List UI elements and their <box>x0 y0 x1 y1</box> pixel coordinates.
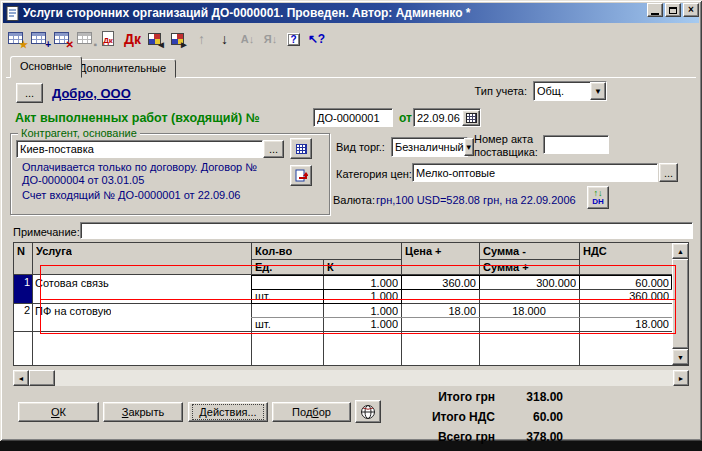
close-button[interactable]: × <box>683 3 699 17</box>
counterparty-browse-button[interactable]: ... <box>16 83 43 103</box>
delete-row-icon[interactable]: ✕ <box>52 29 75 50</box>
actions-button[interactable]: Действия... <box>188 402 268 422</box>
scroll-left-icon: ◄ <box>18 375 25 382</box>
maximize-button[interactable] <box>665 3 681 17</box>
grand-total-value: 378.00 <box>458 430 563 444</box>
contractor-browse-button[interactable]: ... <box>263 140 284 158</box>
move-down-icon[interactable]: ↓ <box>213 29 236 50</box>
scroll-left-button[interactable]: ◄ <box>13 370 29 386</box>
row-price[interactable]: 360.00 <box>401 277 476 290</box>
note-label: Примечание: <box>13 226 80 238</box>
total-vat-value: 60.00 <box>458 410 563 424</box>
row-k[interactable]: 1.000 <box>323 290 398 303</box>
scroll-down-button[interactable]: ▼ <box>672 349 689 365</box>
copy-row-icon[interactable]: + <box>29 29 52 50</box>
tab-additional[interactable]: Дополнительные <box>69 59 176 78</box>
act-number-input[interactable] <box>313 108 393 127</box>
horizontal-scroll-thumb[interactable] <box>29 370 55 386</box>
post-document-icon[interactable]: Дк <box>98 29 121 50</box>
document-arrow-icon <box>294 169 308 183</box>
services-table[interactable]: N Услуга Кол-во Ед. К Цена + Сумма - Сум… <box>13 242 689 366</box>
row-sum-plus[interactable]: 360.000 <box>579 290 669 303</box>
contractor-group-title: Контрагент, основание <box>18 127 140 139</box>
settlements-button[interactable] <box>290 138 312 159</box>
context-help-icon[interactable]: ↖? <box>305 29 328 50</box>
subordinate-docs-button[interactable] <box>290 165 312 186</box>
currency-dh-icon: DH <box>592 198 604 206</box>
row-unit[interactable]: шт. <box>255 290 271 303</box>
unpost-document-icon[interactable]: Дк <box>121 29 144 50</box>
row-service[interactable]: Сотовая связь <box>35 277 109 290</box>
incoming-invoice-text: Счет входящий № ДО-0000001 от 22.09.06 <box>22 189 312 201</box>
note-input[interactable] <box>80 222 693 239</box>
scroll-up-button[interactable]: ▲ <box>672 243 689 259</box>
abacus-icon <box>296 144 307 154</box>
scroll-right-icon: ► <box>678 375 685 382</box>
title-bar[interactable]: Услуги сторонних организаций ДО-0000001.… <box>3 3 699 23</box>
move-up-icon[interactable]: ↑ <box>190 29 213 50</box>
price-category-input[interactable] <box>412 163 658 182</box>
contract-info-text: Оплачивается только по договору. Договор… <box>22 161 294 187</box>
calendar-icon <box>466 113 477 123</box>
accounting-type-label: Тип учета: <box>425 85 527 97</box>
row-unit[interactable]: шт. <box>255 318 271 331</box>
scroll-up-icon: ▲ <box>677 248 684 255</box>
col-header-unit[interactable]: Ед. <box>255 261 272 274</box>
ok-button[interactable]: ОК <box>18 402 99 422</box>
row-sum-plus[interactable]: 18.000 <box>579 318 669 331</box>
table-horizontal-scrollbar[interactable] <box>13 370 689 386</box>
row-qty[interactable]: 1.000 <box>251 305 398 318</box>
sort-desc-icon[interactable]: Я↓ <box>259 29 282 50</box>
minimize-icon <box>651 13 659 15</box>
currency-label: Валюта: <box>333 194 375 206</box>
help-icon[interactable]: ? <box>282 29 305 50</box>
col-header-sum-minus[interactable]: Сумма - <box>483 245 526 258</box>
row-k[interactable]: 1.000 <box>323 318 398 331</box>
col-header-service[interactable]: Услуга <box>36 245 72 258</box>
counterparty-link[interactable]: Добро, ООО <box>52 86 131 101</box>
tab-main[interactable]: Основные <box>10 56 82 78</box>
row-sum[interactable]: 18.000 <box>479 305 579 318</box>
vertical-scroll-thumb[interactable] <box>672 259 689 349</box>
row-price[interactable]: 18.00 <box>401 305 476 318</box>
col-header-sum-plus[interactable]: Сумма + <box>483 261 529 274</box>
document-icon <box>6 6 19 21</box>
movements-in-icon[interactable]: ◄ <box>144 29 167 50</box>
dropdown-arrow-icon[interactable]: ▼ <box>590 82 606 100</box>
accounting-type-select[interactable]: Общ. ▼ <box>533 81 607 101</box>
maximize-icon <box>669 7 677 14</box>
calendar-button[interactable] <box>462 110 480 126</box>
contractor-input[interactable] <box>16 140 263 158</box>
col-header-n[interactable]: N <box>17 245 25 258</box>
close-icon: × <box>688 5 694 15</box>
save-row-icon[interactable]: ▪ <box>75 29 98 50</box>
trade-type-select[interactable]: Безналичный ▼ <box>391 137 468 157</box>
act-label: Акт выполненных работ (входящий) № <box>15 111 260 125</box>
act-from-label: от <box>399 111 412 125</box>
scroll-right-button[interactable]: ► <box>673 370 689 386</box>
supplier-act-input[interactable] <box>543 135 609 154</box>
new-row-icon[interactable]: ★ <box>6 29 29 50</box>
desktop-background: Услуги сторонних организаций ДО-0000001.… <box>0 0 702 451</box>
window-title: Услуги сторонних организаций ДО-0000001.… <box>23 6 471 20</box>
total-grn-value: 318.00 <box>458 390 563 404</box>
toolbar: ★ + ✕ ▪ Дк Дк ◄ ► ↑ ↓ А↓ Я↓ ? ↖? <box>6 27 328 51</box>
row-number[interactable]: 1 <box>14 276 30 289</box>
col-header-k[interactable]: К <box>327 261 334 274</box>
col-header-qty[interactable]: Кол-во <box>255 245 292 258</box>
row-number[interactable]: 2 <box>14 304 30 317</box>
movements-out-icon[interactable]: ► <box>167 29 190 50</box>
row-service[interactable]: ПФ на сотовую <box>35 305 111 318</box>
col-header-vat[interactable]: НДС <box>583 245 607 258</box>
currency-rates-button[interactable]: ↑↓ DH <box>587 186 609 209</box>
close-form-button[interactable]: Закрыть <box>103 402 183 422</box>
col-header-price[interactable]: Цена + <box>405 245 442 258</box>
supplier-act-label: Номер акта поставщика: <box>474 133 538 159</box>
price-category-browse-button[interactable]: ... <box>659 163 678 182</box>
document-window: Услуги сторонних организаций ДО-0000001.… <box>0 0 702 441</box>
sort-asc-icon[interactable]: А↓ <box>236 29 259 50</box>
price-category-label: Категория цен: <box>336 168 412 180</box>
dropdown-arrow-icon[interactable]: ▼ <box>464 138 474 156</box>
trade-type-label: Вид торг.: <box>336 141 385 153</box>
minimize-button[interactable] <box>647 3 663 17</box>
